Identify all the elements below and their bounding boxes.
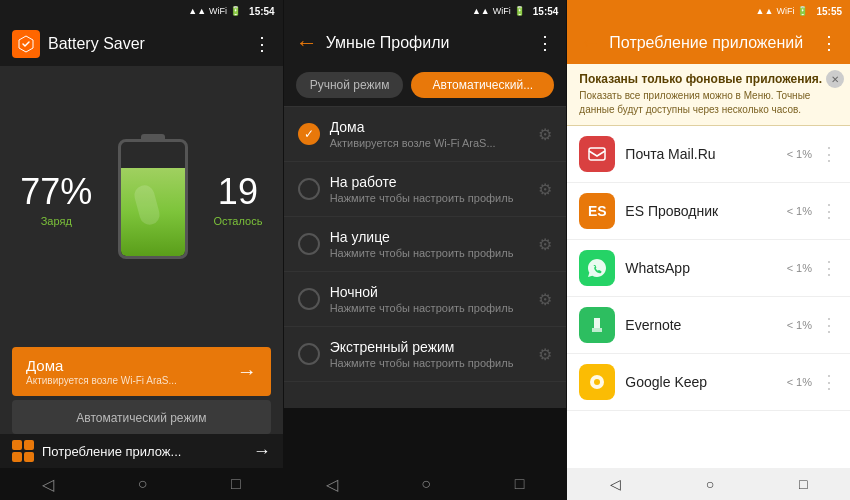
more-menu-button-1[interactable]: ⋮ (253, 33, 271, 55)
whatsapp-app-more-icon[interactable]: ⋮ (820, 257, 838, 279)
home-button-3[interactable]: ○ (690, 472, 730, 496)
tab-auto[interactable]: Автоматический... (411, 72, 554, 98)
profile-check-icon: ✓ (298, 123, 320, 145)
evernote-app-name: Evernote (625, 317, 786, 333)
mail-app-more-icon[interactable]: ⋮ (820, 143, 838, 165)
profile-item-work[interactable]: На работе Нажмите чтобы настроить профил… (284, 162, 567, 217)
remaining-label: Осталось (213, 215, 262, 227)
profile-item-sub-night: Нажмите чтобы настроить профиль (330, 302, 539, 314)
status-icons-1: ▲▲ WiFi 🔋 (188, 6, 241, 16)
es-app-more-icon[interactable]: ⋮ (820, 200, 838, 222)
more-menu-button-3[interactable]: ⋮ (820, 32, 838, 54)
profile-arrow-icon: → (237, 360, 257, 383)
back-arrow-button-3[interactable]: ← (579, 30, 601, 56)
profile-item-sub-work: Нажмите чтобы настроить профиль (330, 192, 539, 204)
battery-icon-2: 🔋 (514, 6, 525, 16)
profile-dot-outside (298, 233, 320, 255)
status-time-2: 15:54 (533, 6, 559, 17)
recents-button-3[interactable]: □ (783, 472, 823, 496)
es-app-usage: < 1% (787, 205, 812, 217)
signal-icon-3: ▲▲ (756, 6, 774, 16)
profile-item-name-night: Ночной (330, 284, 539, 300)
status-bar-2: ▲▲ WiFi 🔋 15:54 (284, 0, 567, 22)
app-item-gkeep[interactable]: Google Keep < 1% ⋮ (567, 354, 850, 411)
nav-arrow-icon: → (253, 441, 271, 462)
panel2-title: Умные Профили (326, 34, 529, 52)
profile-settings-icon-emergency[interactable]: ⚙ (538, 345, 552, 364)
whatsapp-app-usage: < 1% (787, 262, 812, 274)
gkeep-app-icon (579, 364, 615, 400)
header-title-1: Battery Saver (48, 35, 245, 53)
panel-smart-profiles: ▲▲ WiFi 🔋 15:54 ← Умные Профили ⋮ Ручной… (284, 0, 568, 500)
gkeep-app-more-icon[interactable]: ⋮ (820, 371, 838, 393)
back-button-2[interactable]: ◁ (310, 471, 354, 498)
profile-settings-icon-outside[interactable]: ⚙ (538, 235, 552, 254)
auto-mode-button[interactable]: Автоматический режим (12, 400, 271, 434)
battery-tip (141, 134, 165, 140)
profile-item-sub-emergency: Нажмите чтобы настроить профиль (330, 357, 539, 369)
consumption-nav[interactable]: Потребление прилож... → (0, 434, 283, 468)
profile-name: Дома (26, 357, 237, 374)
charge-stat: 77% Заряд (20, 171, 92, 227)
back-button-3[interactable]: ◁ (594, 472, 637, 496)
profile-settings-icon-night[interactable]: ⚙ (538, 290, 552, 309)
profile-info-home: Дома Активируется возле Wi-Fi AraS... (330, 119, 539, 149)
app-item-whatsapp[interactable]: WhatsApp < 1% ⋮ (567, 240, 850, 297)
panel1-header: Battery Saver ⋮ (0, 22, 283, 66)
recents-button-2[interactable]: □ (499, 471, 541, 497)
profile-item-name-outside: На улице (330, 229, 539, 245)
profile-item-emergency[interactable]: Экстренный режим Нажмите чтобы настроить… (284, 327, 567, 382)
current-profile-button[interactable]: Дома Активируется возле Wi-Fi AraS... → (12, 347, 271, 396)
more-menu-button-2[interactable]: ⋮ (536, 32, 554, 54)
battery-icon-3: 🔋 (797, 6, 808, 16)
charge-label: Заряд (41, 215, 72, 227)
app-item-mail[interactable]: Почта Mail.Ru < 1% ⋮ (567, 126, 850, 183)
status-icons-3: ▲▲ WiFi 🔋 (756, 6, 809, 16)
profile-dot-night (298, 288, 320, 310)
battery-outer (118, 139, 188, 259)
app-item-evernote[interactable]: Evernote < 1% ⋮ (567, 297, 850, 354)
info-close-button[interactable]: ✕ (826, 70, 844, 88)
evernote-app-icon (579, 307, 615, 343)
battery-remaining: 19 (218, 171, 258, 213)
signal-icon-2: ▲▲ (472, 6, 490, 16)
recents-button-1[interactable]: □ (215, 471, 257, 497)
consumption-label: Потребление прилож... (42, 444, 245, 459)
gkeep-app-name: Google Keep (625, 374, 786, 390)
system-nav-2: ◁ ○ □ (284, 468, 567, 500)
panel3-header: ← Потребление приложений ⋮ (567, 22, 850, 64)
back-arrow-button-2[interactable]: ← (296, 30, 318, 56)
panel3-title: Потребление приложений (609, 34, 812, 52)
mail-app-icon (579, 136, 615, 172)
whatsapp-app-icon (579, 250, 615, 286)
svg-rect-0 (589, 148, 605, 160)
back-button-1[interactable]: ◁ (26, 471, 70, 498)
profile-dot-work (298, 178, 320, 200)
profile-item-night[interactable]: Ночной Нажмите чтобы настроить профиль ⚙ (284, 272, 567, 327)
wifi-icon-2: WiFi (493, 6, 511, 16)
avast-logo (12, 30, 40, 58)
status-time-1: 15:54 (249, 6, 275, 17)
system-nav-3: ◁ ○ □ (567, 468, 850, 500)
profile-item-home[interactable]: ✓ Дома Активируется возле Wi-Fi AraS... … (284, 107, 567, 162)
profile-info-outside: На улице Нажмите чтобы настроить профиль (330, 229, 539, 259)
profile-item-outside[interactable]: На улице Нажмите чтобы настроить профиль… (284, 217, 567, 272)
app-item-es[interactable]: ES ES Проводник < 1% ⋮ (567, 183, 850, 240)
profile-settings-icon-work[interactable]: ⚙ (538, 180, 552, 199)
panel-app-consumption: ▲▲ WiFi 🔋 15:55 ← Потребление приложений… (567, 0, 850, 500)
battery-fill (121, 168, 185, 256)
profile-item-sub-home: Активируется возле Wi-Fi AraS... (330, 137, 539, 149)
home-button-1[interactable]: ○ (122, 471, 164, 497)
battery-percent: 77% (20, 171, 92, 213)
signal-icon: ▲▲ (188, 6, 206, 16)
battery-stats: 77% Заряд 19 Осталось (10, 134, 273, 264)
tab-manual[interactable]: Ручной режим (296, 72, 404, 98)
profile-settings-icon-home[interactable]: ⚙ (538, 125, 552, 144)
evernote-app-usage: < 1% (787, 319, 812, 331)
evernote-app-more-icon[interactable]: ⋮ (820, 314, 838, 336)
status-time-3: 15:55 (816, 6, 842, 17)
home-button-2[interactable]: ○ (405, 471, 447, 497)
profile-button-text: Дома Активируется возле Wi-Fi AraS... (26, 357, 237, 386)
es-app-icon: ES (579, 193, 615, 229)
whatsapp-app-name: WhatsApp (625, 260, 786, 276)
